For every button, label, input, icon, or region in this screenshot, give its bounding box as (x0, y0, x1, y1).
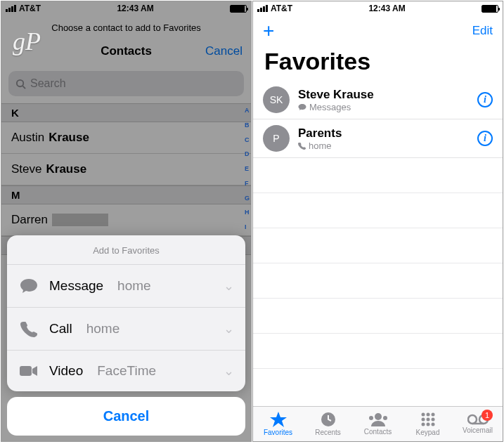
svg-point-12 (431, 418, 434, 422)
sheet-row-sub: home (86, 321, 120, 337)
sheet-row-video[interactable]: Video FaceTime ⌄ (7, 351, 245, 391)
star-icon (270, 412, 287, 427)
avatar: SK (263, 86, 290, 113)
sheet-title: Add to Favorites (7, 235, 245, 265)
svg-rect-2 (20, 366, 32, 376)
contact-row[interactable]: Austin Krause (1, 122, 251, 154)
clock: 12:43 AM (117, 4, 153, 13)
sheet-row-call[interactable]: Call home ⌄ (7, 308, 245, 351)
phone-icon (298, 142, 306, 150)
battery-icon (230, 5, 247, 13)
favorite-name: Parents (298, 126, 469, 141)
phone-left: AT&T 12:43 AM Choose a contact to add to… (1, 1, 252, 442)
svg-point-8 (426, 413, 429, 417)
favorite-row[interactable]: P Parents home i (253, 119, 503, 158)
nav-title: Contacts (101, 44, 152, 58)
chevron-down-icon: ⌄ (224, 363, 234, 379)
battery-icon (482, 5, 498, 13)
section-header: M (1, 185, 251, 204)
svg-point-5 (369, 416, 373, 420)
add-button[interactable]: + (263, 21, 274, 41)
favorite-sub: Messages (298, 102, 469, 112)
message-icon (18, 278, 39, 294)
nav-cancel-button[interactable]: Cancel (205, 44, 243, 58)
svg-point-16 (468, 415, 477, 424)
svg-point-11 (426, 418, 429, 422)
clock: 12:43 AM (368, 4, 405, 13)
clock-icon (321, 412, 336, 427)
action-sheet: Add to Favorites Message home ⌄ Call hom… (7, 235, 245, 436)
empty-list-area (253, 158, 503, 369)
svg-point-9 (431, 413, 434, 417)
tab-favorites[interactable]: Favorites (253, 407, 303, 441)
avatar: P (263, 125, 290, 152)
contact-row[interactable]: Steve Krause (1, 154, 251, 185)
chevron-down-icon: ⌄ (224, 321, 234, 337)
tab-contacts[interactable]: Contacts (353, 407, 403, 441)
svg-point-0 (17, 79, 23, 86)
svg-point-4 (375, 413, 382, 420)
svg-line-1 (22, 86, 25, 89)
status-bar: AT&T 12:43 AM (1, 1, 251, 15)
sheet-row-label: Video (49, 363, 83, 379)
carrier-label: AT&T (271, 4, 292, 13)
signal-bars-icon (6, 5, 16, 12)
message-icon (298, 103, 306, 111)
search-icon (15, 79, 26, 89)
info-button[interactable]: i (477, 92, 493, 107)
sheet-row-sub: home (117, 278, 151, 294)
svg-point-6 (383, 416, 387, 420)
svg-point-13 (421, 423, 425, 426)
watermark: gP (13, 27, 41, 56)
search-placeholder: Search (30, 77, 66, 90)
section-header: K (1, 103, 251, 122)
carrier-label: AT&T (19, 4, 41, 13)
tab-bar: Favorites Recents Contacts Keypad Voicem… (253, 406, 503, 441)
contacts-icon (368, 412, 388, 426)
favorite-name: Steve Krause (298, 88, 469, 102)
sheet-row-label: Call (49, 321, 72, 337)
voicemail-badge: 1 (482, 410, 493, 421)
favorite-row[interactable]: SK Steve Krause Messages i (253, 81, 503, 119)
search-field[interactable]: Search (8, 71, 244, 96)
video-icon (18, 365, 39, 377)
tab-recents[interactable]: Recents (303, 407, 353, 441)
sheet-row-sub: FaceTime (97, 363, 156, 379)
phone-icon (18, 320, 39, 337)
keypad-icon (420, 412, 436, 427)
status-bar: AT&T 12:43 AM (253, 1, 503, 15)
chevron-down-icon: ⌄ (224, 278, 234, 294)
phone-right: AT&T 12:43 AM + Edit Favorites SK Steve … (252, 1, 503, 442)
nav-bar: + Edit (253, 15, 503, 46)
sheet-cancel-button[interactable]: Cancel (7, 397, 245, 436)
svg-point-15 (431, 423, 434, 426)
sheet-row-label: Message (49, 278, 103, 294)
redacted-last-name (52, 214, 108, 226)
edit-button[interactable]: Edit (472, 24, 493, 38)
page-title: Favorites (253, 46, 503, 81)
favorite-sub: home (298, 141, 469, 151)
svg-point-14 (426, 423, 429, 426)
tab-keypad[interactable]: Keypad (403, 407, 453, 441)
svg-point-7 (421, 413, 425, 417)
svg-point-10 (421, 418, 425, 422)
info-button[interactable]: i (477, 131, 493, 146)
alpha-index[interactable]: A B C D E F G H I (245, 107, 250, 230)
tab-voicemail[interactable]: Voicemail 1 (453, 407, 503, 441)
contact-row[interactable]: Darren (1, 204, 251, 236)
sheet-row-message[interactable]: Message home ⌄ (7, 265, 245, 308)
signal-bars-icon (257, 5, 268, 12)
